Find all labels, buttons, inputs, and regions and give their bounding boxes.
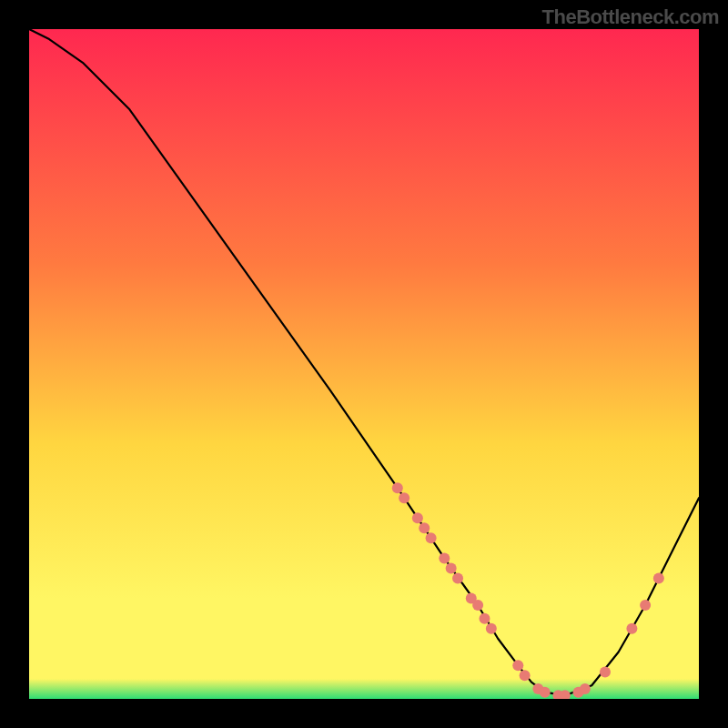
marker-point xyxy=(479,613,490,624)
gradient-background xyxy=(29,29,699,699)
marker-point xyxy=(486,623,497,634)
marker-point xyxy=(640,600,651,611)
watermark-text: TheBottleneck.com xyxy=(542,5,719,29)
marker-point xyxy=(512,660,523,671)
marker-point xyxy=(472,600,483,611)
marker-point xyxy=(626,623,637,634)
marker-point xyxy=(446,562,457,573)
marker-point xyxy=(653,573,664,584)
marker-point xyxy=(412,512,423,523)
chart-container: TheBottleneck.com xyxy=(0,0,728,728)
marker-point xyxy=(580,683,591,694)
marker-point xyxy=(426,532,437,543)
marker-point xyxy=(399,492,410,503)
marker-point xyxy=(520,670,531,681)
marker-point xyxy=(439,552,450,563)
marker-point xyxy=(392,482,403,493)
plot-area xyxy=(29,29,699,699)
chart-svg xyxy=(29,29,699,699)
marker-point xyxy=(419,522,430,533)
marker-point xyxy=(600,667,611,678)
marker-point xyxy=(540,687,551,698)
marker-point xyxy=(452,573,463,584)
